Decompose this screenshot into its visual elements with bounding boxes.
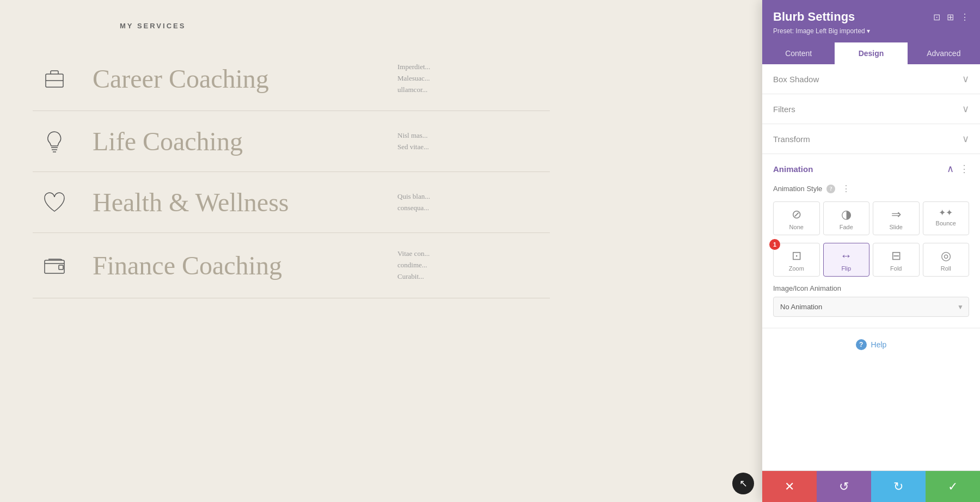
tab-design[interactable]: Design [835,42,907,64]
section-box-shadow: Box Shadow ∨ [762,64,980,94]
panel-tabs: Content Design Advanced [762,42,980,64]
image-anim-select[interactable]: No Animation Fade In Slide In Bounce In [773,297,969,317]
save-button[interactable]: ✓ [926,471,980,502]
service-list: Career Coaching Imperdiet... Malesuac...… [33,46,550,298]
finance-icon-svg [40,252,69,280]
anim-bounce[interactable]: ✦✦ Bounce [923,201,970,235]
filters-chevron: ∨ [962,103,969,115]
life-text: Nisl mas... Sed vitae... [397,130,429,153]
finance-title: Finance Coaching [93,250,376,280]
box-shadow-header[interactable]: Box Shadow ∨ [762,64,980,94]
anim-roll[interactable]: ◎ Roll [923,243,970,277]
filters-title: Filters [773,105,795,114]
finance-text: Vitae con... condime... Curabit... [397,248,430,282]
image-anim-section: Image/Icon Animation No Animation Fade I… [773,284,969,317]
flip-label: Flip [827,265,866,272]
heart-icon [33,188,76,217]
animation-style-dots[interactable]: ⋮ [842,183,850,194]
roll-label: Roll [927,265,966,272]
panel-preset[interactable]: Preset: Image Left Big imported ▾ [773,27,969,35]
wellness-title: Health & Wellness [93,187,376,217]
animation-style-header: Animation Style ? ⋮ [773,183,969,194]
section-transform: Transform ∨ [762,124,980,154]
slide-label: Slide [877,224,916,230]
fold-icon: ⊟ [877,249,916,263]
help-circle-icon: ? [856,339,867,350]
anim-slide[interactable]: ⇒ Slide [873,201,920,235]
filters-header[interactable]: Filters ∨ [762,94,980,124]
panel-header: Blurb Settings ⊡ ⊞ ⋮ Preset: Image Left … [762,0,980,42]
more-options-icon[interactable]: ⋮ [960,12,969,22]
svg-rect-6 [59,265,63,270]
action-bar: ✕ ↺ ↻ ✓ [762,470,980,502]
bounce-label: Bounce [927,220,966,226]
fade-icon: ◑ [827,207,866,222]
life-title: Life Coaching [93,126,376,156]
service-item-life[interactable]: Life Coaching Nisl mas... Sed vitae... [33,111,550,172]
image-anim-select-wrapper: No Animation Fade In Slide In Bounce In … [773,297,969,317]
none-icon: ⊘ [777,207,816,222]
animation-body: Animation Style ? ⋮ ⊘ None ◑ Fade ⇒ [762,183,980,328]
help-row[interactable]: ? Help [762,328,980,361]
anim-flip[interactable]: ↔ Flip [823,243,870,277]
zoom-badge: 1 [769,239,780,250]
service-item-career[interactable]: Career Coaching Imperdiet... Malesuac...… [33,46,550,111]
zoom-icon: ⊡ [777,249,816,263]
career-text: Imperdiet... Malesuac... ullamcor... [397,62,430,95]
transform-title: Transform [773,134,810,144]
columns-icon[interactable]: ⊞ [947,12,954,22]
service-item-wellness[interactable]: Health & Wellness Quis blan... consequa.… [33,172,550,233]
animation-style-help-icon[interactable]: ? [826,185,835,193]
wellness-icon-svg [40,188,69,217]
zoom-label: Zoom [777,265,816,272]
section-filters: Filters ∨ [762,94,980,124]
career-icon-svg [40,64,69,93]
flip-icon: ↔ [827,249,866,263]
dark-fab-button[interactable]: ↖ [732,473,754,494]
wellness-text: Quis blan... consequa... [397,191,430,214]
fade-label: Fade [827,224,866,230]
anim-fade[interactable]: ◑ Fade [823,201,870,235]
panel-body: Box Shadow ∨ Filters ∨ Transform ∨ Anima… [762,64,980,470]
briefcase-icon [33,64,76,93]
animation-header[interactable]: Animation ∧ ⋮ [762,154,980,183]
help-label: Help [871,340,887,349]
bounce-icon: ✦✦ [927,207,966,218]
animation-title: Animation [773,164,813,174]
anim-zoom[interactable]: 1 ⊡ Zoom [773,243,820,277]
anim-none[interactable]: ⊘ None [773,201,820,235]
box-shadow-chevron: ∨ [962,73,969,85]
lightbulb-icon [33,127,76,156]
section-animation: Animation ∧ ⋮ Animation Style ? ⋮ ⊘ None [762,154,980,328]
panel-title: Blurb Settings [773,10,855,24]
wallet-icon [33,252,76,280]
tab-advanced[interactable]: Advanced [908,42,980,64]
animation-dots[interactable]: ⋮ [959,163,969,175]
undo-button[interactable]: ↺ [817,471,871,502]
animation-style-label: Animation Style [773,185,822,193]
svg-rect-5 [45,260,64,273]
life-icon-svg [40,127,69,156]
service-item-finance[interactable]: Finance Coaching Vitae con... condime...… [33,233,550,298]
responsive-icon[interactable]: ⊡ [933,12,940,22]
animation-grid-row1: ⊘ None ◑ Fade ⇒ Slide ✦✦ Bounce [773,201,969,235]
dark-fab-icon: ↖ [739,477,748,489]
tab-content[interactable]: Content [762,42,835,64]
fold-label: Fold [877,265,916,272]
box-shadow-title: Box Shadow [773,75,819,84]
animation-grid-row2: 1 ⊡ Zoom ↔ Flip ⊟ Fold ◎ Roll [773,243,969,277]
none-label: None [777,224,816,230]
animation-collapse-icon[interactable]: ∧ [947,163,954,175]
anim-fold[interactable]: ⊟ Fold [873,243,920,277]
settings-panel: Blurb Settings ⊡ ⊞ ⋮ Preset: Image Left … [762,0,980,502]
panel-header-icons: ⊡ ⊞ ⋮ [933,12,969,22]
career-title: Career Coaching [93,64,376,94]
slide-icon: ⇒ [877,207,916,222]
cancel-button[interactable]: ✕ [762,471,817,502]
transform-chevron: ∨ [962,133,969,145]
redo-button[interactable]: ↻ [871,471,926,502]
transform-header[interactable]: Transform ∨ [762,124,980,154]
image-anim-label: Image/Icon Animation [773,284,969,292]
roll-icon: ◎ [927,249,966,263]
panel-header-top: Blurb Settings ⊡ ⊞ ⋮ [773,10,969,24]
